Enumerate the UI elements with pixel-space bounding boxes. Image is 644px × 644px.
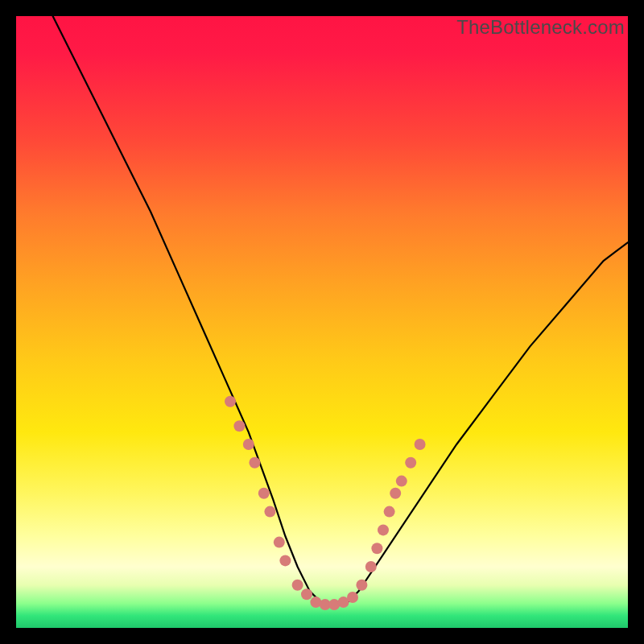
marker-layer [225,396,426,610]
highlight-dot [405,457,416,469]
highlight-dot [233,420,245,431]
highlight-dot [292,580,303,591]
highlight-dot [356,580,367,591]
chart-svg [16,16,628,628]
chart-frame: TheBottleneck.com [16,16,628,628]
highlight-dot [258,488,270,499]
highlight-dot [301,588,312,600]
watermark-text: TheBottleneck.com [456,16,625,39]
highlight-dot [390,488,401,499]
highlight-dot [396,476,407,487]
highlight-dot [365,561,377,572]
highlight-dot [378,524,389,535]
highlight-dot [347,592,358,603]
curve-layer [53,16,628,606]
highlight-dot [264,506,275,518]
highlight-dot [243,439,254,450]
bottleneck-curve [53,16,628,606]
highlight-dot [384,506,395,518]
highlight-dot [225,396,236,407]
highlight-dot [415,439,426,450]
highlight-dot [249,457,260,469]
highlight-dot [279,555,291,566]
highlight-dot [274,537,285,548]
highlight-dot [371,543,382,554]
